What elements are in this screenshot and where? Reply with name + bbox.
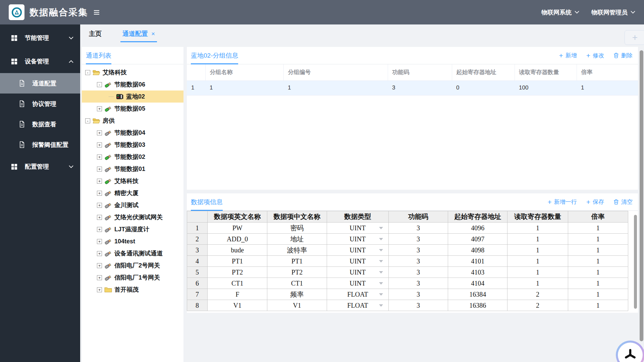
editable-cell[interactable]: CT1 [208, 278, 267, 289]
dropdown-caret-icon[interactable] [379, 249, 383, 251]
tree-expander-plus[interactable]: + [97, 227, 102, 232]
sidebar-group-0[interactable]: 节能管理 [0, 26, 80, 50]
editable-cell[interactable]: 1 [507, 256, 568, 267]
editable-cell[interactable]: 4096 [448, 223, 507, 234]
editable-cell[interactable]: 1 [568, 278, 628, 289]
system-menu[interactable]: 物联网系统 [541, 8, 579, 16]
close-icon[interactable]: × [151, 30, 155, 38]
dropdown-caret-icon[interactable] [379, 238, 383, 240]
tree-expander-plus[interactable]: + [97, 155, 102, 160]
editable-cell[interactable]: 1 [507, 234, 568, 245]
editable-cell[interactable]: PW [208, 223, 267, 234]
editable-cell[interactable]: 3 [388, 256, 448, 267]
tree-expander-plus[interactable]: + [97, 179, 102, 184]
clear-button[interactable]: 清空 [613, 198, 633, 206]
sidebar-group-1[interactable]: 设备管理 [0, 50, 80, 73]
editable-cell[interactable]: 1 [568, 267, 628, 278]
tree-expander-plus[interactable]: + [97, 275, 102, 280]
tree-node[interactable]: +艾络科技 [82, 175, 183, 187]
dropdown-caret-icon[interactable] [379, 227, 383, 229]
editable-cell[interactable]: 波特率 [267, 245, 327, 256]
tree-node[interactable]: +104test [82, 235, 183, 247]
editable-cell[interactable]: 1 [568, 245, 628, 256]
data-type-select[interactable]: UINT [327, 256, 388, 267]
sidebar-item-1-1[interactable]: 协议管理 [0, 94, 80, 114]
editable-cell[interactable]: PT2 [267, 267, 327, 278]
tree-node[interactable]: -艾络科技 [82, 66, 183, 78]
editable-cell[interactable]: V1 [208, 300, 267, 311]
editable-cell[interactable]: ADD_0 [208, 234, 267, 245]
tree-expander-minus[interactable]: - [97, 82, 102, 87]
tree-node[interactable]: +金川测试 [82, 199, 183, 211]
tree-node[interactable]: +节能数据03 [82, 139, 183, 151]
tree-node[interactable]: +首开福茂 [82, 284, 183, 296]
editable-cell[interactable]: 2 [507, 300, 568, 311]
sidebar-item-1-2[interactable]: 数据查看 [0, 114, 80, 134]
user-menu[interactable]: 物联网管理员 [591, 8, 635, 16]
tree-node[interactable]: +艾络光伏测试网关 [82, 211, 183, 223]
editable-cell[interactable]: 频率 [267, 289, 327, 300]
tree-node[interactable]: +LJT温湿度计 [82, 223, 183, 235]
tree-expander-plus[interactable]: + [97, 167, 102, 172]
tree-node[interactable]: +信阳电厂2号网关 [82, 259, 183, 272]
editable-cell[interactable]: PT2 [208, 267, 267, 278]
editable-cell[interactable]: 3 [388, 267, 448, 278]
editable-cell[interactable]: 4104 [448, 278, 507, 289]
editable-cell[interactable]: 1 [568, 289, 628, 300]
tree-expander-plus[interactable]: + [97, 142, 102, 147]
tree-expander-plus[interactable]: + [97, 251, 102, 256]
editable-cell[interactable]: 16386 [448, 300, 507, 311]
group-edit-button[interactable]: + 修改 [586, 52, 604, 59]
dropdown-caret-icon[interactable] [379, 271, 383, 274]
editable-cell[interactable]: 3 [388, 245, 448, 256]
editable-cell[interactable]: 16384 [448, 289, 507, 300]
group-delete-button[interactable]: 删除 [613, 52, 633, 59]
tab-1[interactable]: 通道配置× [117, 24, 160, 43]
editable-cell[interactable]: bude [208, 245, 267, 256]
data-type-select[interactable]: UINT [327, 223, 388, 234]
editable-cell[interactable]: 1 [507, 245, 568, 256]
editable-cell[interactable]: 3 [388, 223, 448, 234]
dropdown-caret-icon[interactable] [379, 260, 383, 262]
editable-cell[interactable]: 地址 [267, 234, 327, 245]
tree-node[interactable]: +节能数据04 [82, 127, 183, 139]
editable-cell[interactable]: 密码 [267, 223, 327, 234]
tree-expander-plus[interactable]: + [97, 106, 102, 111]
data-type-select[interactable]: UINT [327, 267, 388, 278]
tree-expander-minus[interactable]: - [85, 118, 90, 123]
tree-expander-plus[interactable]: + [97, 203, 102, 208]
group-add-button[interactable]: + 新增 [559, 52, 577, 59]
tree-node[interactable]: +节能数据01 [82, 163, 183, 175]
data-type-select[interactable]: UINT [327, 234, 388, 245]
tree-expander-plus[interactable]: + [97, 287, 102, 292]
tree-node[interactable]: 蓝地02 [82, 90, 183, 103]
editable-cell[interactable]: CT1 [267, 278, 327, 289]
tree-expander-plus[interactable]: + [97, 191, 102, 196]
tree-node[interactable]: +节能数据02 [82, 151, 183, 163]
save-button[interactable]: + 保存 [586, 198, 604, 206]
sidebar-toggle-icon[interactable] [93, 10, 100, 15]
editable-cell[interactable]: 3 [388, 234, 448, 245]
editable-cell[interactable]: 1 [568, 234, 628, 245]
sidebar-group-2[interactable]: 配置管理 [0, 155, 80, 178]
add-tab-button[interactable]: + [625, 30, 644, 45]
editable-cell[interactable]: F [208, 289, 267, 300]
tree-node[interactable]: +精密大厦 [82, 187, 183, 199]
sidebar-item-1-0[interactable]: 通道配置 [0, 73, 80, 94]
tree-node[interactable]: -房供 [82, 115, 183, 127]
page-scrollbar[interactable] [640, 50, 643, 341]
dropdown-caret-icon[interactable] [379, 293, 383, 296]
tab-0[interactable]: 主页 [84, 24, 107, 43]
add-row-button[interactable]: + 新增一行 [547, 198, 577, 206]
tree-expander-minus[interactable]: - [85, 70, 90, 75]
data-type-select[interactable]: UINT [327, 278, 388, 289]
editable-cell[interactable]: PT1 [208, 256, 267, 267]
editable-cell[interactable]: 4098 [448, 245, 507, 256]
tree-node[interactable]: +设备通讯测试通道 [82, 247, 183, 259]
tree-node[interactable]: +信阳电厂1号网关 [82, 272, 183, 284]
editable-cell[interactable]: 4101 [448, 256, 507, 267]
editable-cell[interactable]: V1 [267, 300, 327, 311]
editable-cell[interactable]: 4103 [448, 267, 507, 278]
tree-expander-plus[interactable]: + [97, 130, 102, 135]
table-row[interactable]: 111301001 [187, 80, 638, 95]
